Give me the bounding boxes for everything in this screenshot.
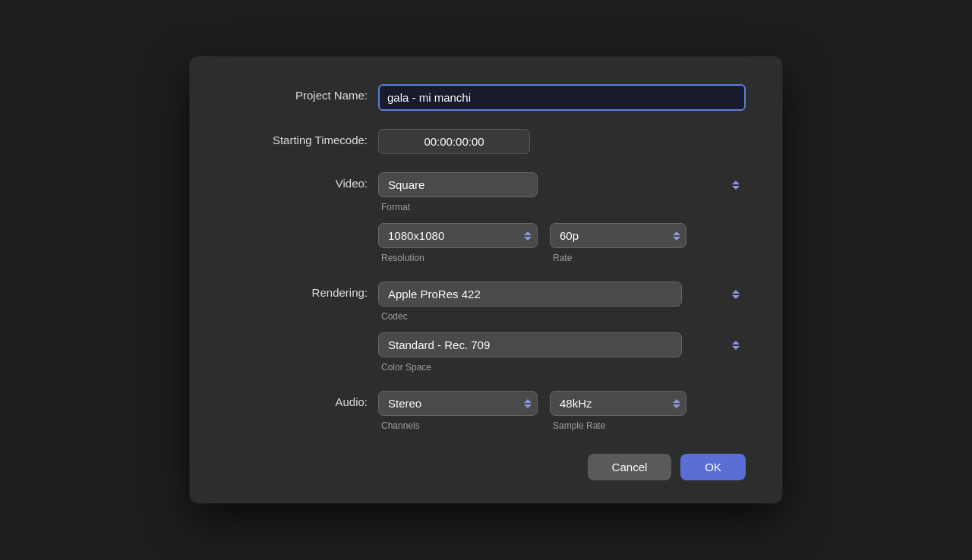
video-format-wrapper: Square [378, 172, 746, 197]
video-row: Video: Square Format [226, 172, 746, 263]
video-format-select[interactable]: Square [378, 172, 538, 197]
video-resolution-wrapper: 1080x1080 [378, 223, 538, 248]
audio-samplerate-group: 48kHz Sample Rate [550, 391, 686, 431]
starting-timecode-input[interactable] [378, 129, 530, 154]
starting-timecode-row: Starting Timecode: [226, 129, 746, 154]
buttons-row: Cancel OK [226, 454, 746, 480]
audio-channels-select[interactable]: Stereo [378, 391, 538, 416]
audio-label: Audio: [226, 391, 378, 408]
video-resolution-group: 1080x1080 Resolution [378, 223, 538, 263]
rendering-colorspace-wrapper: Standard - Rec. 709 [378, 332, 746, 357]
rendering-colorspace-select[interactable]: Standard - Rec. 709 [378, 332, 682, 357]
audio-samplerate-label: Sample Rate [550, 420, 686, 431]
starting-timecode-label: Starting Timecode: [226, 129, 378, 146]
video-format-chevron-icon [732, 181, 740, 190]
rendering-codec-group: Apple ProRes 422 Codec [378, 282, 746, 322]
rendering-label: Rendering: [226, 282, 378, 299]
video-rate-select[interactable]: 60p [550, 223, 686, 248]
rendering-codec-select[interactable]: Apple ProRes 422 [378, 282, 682, 307]
rendering-colorspace-group: Standard - Rec. 709 Color Space [378, 332, 746, 373]
cancel-button[interactable]: Cancel [588, 454, 672, 480]
video-rate-group: 60p Rate [550, 223, 686, 263]
video-resolution-label: Resolution [378, 253, 538, 263]
audio-channels-rate-row: Stereo Channels 48kHz [378, 391, 746, 431]
project-name-content [378, 84, 746, 111]
audio-channels-wrapper: Stereo [378, 391, 538, 416]
rendering-row: Rendering: Apple ProRes 422 Codec [226, 282, 746, 373]
ok-button[interactable]: OK [680, 454, 746, 480]
audio-samplerate-wrapper: 48kHz [550, 391, 686, 416]
rendering-content: Apple ProRes 422 Codec Standard - Rec. 7… [378, 282, 746, 373]
rendering-codec-label: Codec [378, 311, 746, 322]
rendering-colorspace-chevron-icon [732, 341, 740, 350]
video-label: Video: [226, 172, 378, 190]
video-format-label: Format [378, 202, 746, 212]
audio-samplerate-select[interactable]: 48kHz [550, 391, 686, 416]
project-name-row: Project Name: [226, 84, 746, 111]
rendering-codec-wrapper: Apple ProRes 422 [378, 282, 746, 307]
project-name-label: Project Name: [226, 84, 378, 102]
audio-channels-label: Channels [378, 420, 538, 431]
video-rate-label: Rate [550, 253, 686, 263]
video-resolution-select[interactable]: 1080x1080 [378, 223, 538, 248]
video-content: Square Format 1080x1080 [378, 172, 746, 263]
project-name-input[interactable] [378, 84, 746, 111]
rendering-colorspace-label: Color Space [378, 362, 746, 373]
video-resolution-rate-row: 1080x1080 Resolution 60p [378, 223, 746, 263]
new-project-dialog: Project Name: Starting Timecode: Video: … [190, 57, 782, 503]
audio-content: Stereo Channels 48kHz [378, 391, 746, 431]
audio-row: Audio: Stereo Channels [226, 391, 746, 431]
video-rate-wrapper: 60p [550, 223, 686, 248]
audio-channels-group: Stereo Channels [378, 391, 538, 431]
rendering-codec-chevron-icon [732, 290, 740, 299]
starting-timecode-content [378, 129, 746, 154]
video-format-group: Square Format [378, 172, 746, 212]
